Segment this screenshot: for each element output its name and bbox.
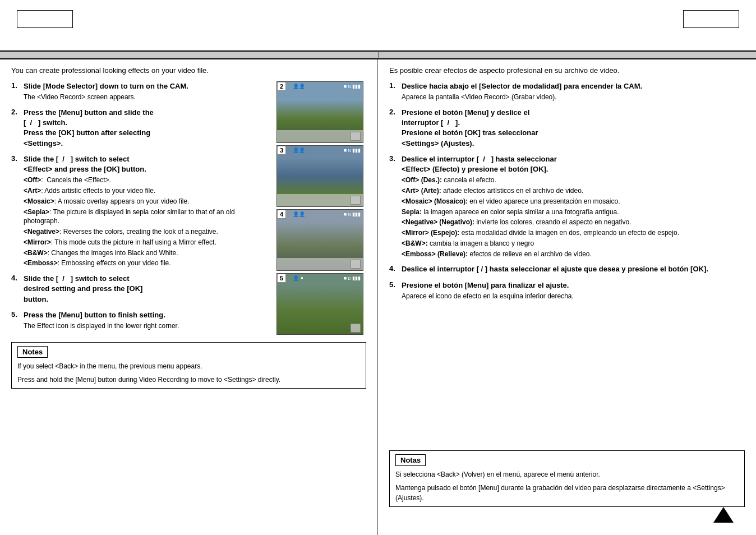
step-number-right-5: 5. <box>389 280 402 301</box>
left-column: You can create professional looking effe… <box>0 59 378 535</box>
step-body-right-5: Aparece el icono de efecto en la esquina… <box>402 292 574 301</box>
step-item-right-1: 1. Deslice hacia abajo el [Selector de m… <box>389 81 745 102</box>
notes-box-left: Notes If you select <Back> in the menu, … <box>11 342 366 389</box>
step-content-2: Press the [Menu] button and slide the[ /… <box>24 108 154 149</box>
step-number-2: 2. <box>11 108 24 149</box>
sub-item-right-art: <Art> (Arte): añade efectos artísticos e… <box>402 186 679 196</box>
step-number-right-3: 3. <box>389 154 402 259</box>
left-page-box <box>17 10 73 28</box>
step-number-right-2: 2. <box>389 108 402 149</box>
screen-badge-4: 4 <box>277 210 286 219</box>
sub-item-right-bw: <B&W>: cambia la imagen a blanco y negro <box>402 239 679 248</box>
step-title-1: Slide [Mode Selector] down to turn on th… <box>24 82 188 90</box>
step-item-right-3: 3. Deslice el interruptor [ / ] hasta se… <box>389 154 745 259</box>
step-content-5: Press the [Menu] button to finish settin… <box>24 310 179 331</box>
step-title-right-3: Deslice el interruptor [ / ] hasta selec… <box>402 155 557 173</box>
step-title-4: Slide the [ / ] switch to selectdesired … <box>24 274 142 303</box>
sub-item-right-negative: <Negative> (Negativo): invierte los colo… <box>402 218 679 227</box>
main-content: You can create professional looking effe… <box>0 59 756 535</box>
sub-item-negative: <Negative>: Reverses the colors, creatin… <box>24 227 271 237</box>
section-header <box>0 50 756 59</box>
steps-and-images-left: 1. Slide [Mode Selector] down to turn on… <box>11 81 366 336</box>
step-content-right-2: Presione el botón [Menu] y deslice elint… <box>402 108 538 149</box>
step-content-4: Slide the [ / ] switch to selectdesired … <box>24 274 142 305</box>
cam-screen-2: 2 👤👤 ■N▮▮▮ <box>276 81 363 143</box>
sub-item-art: <Art>: Adds artistic effects to your vid… <box>24 186 271 196</box>
step-title-right-1: Deslice hacia abajo el [Selector de moda… <box>402 82 642 90</box>
sub-item-right-sepia: Sepia: la imagen aparece en color sepia … <box>402 207 679 217</box>
notes-title-left: Notes <box>17 346 48 358</box>
step-number-3: 3. <box>11 154 24 269</box>
notes-item-left-2: Press and hold the [Menu] button during … <box>17 375 360 385</box>
step-item-3: 3. Slide the [ / ] switch to select<Effe… <box>11 154 271 269</box>
step-content-right-1: Deslice hacia abajo el [Selector de moda… <box>402 81 642 102</box>
step-item-right-2: 2. Presione el botón [Menu] y deslice el… <box>389 108 745 149</box>
page-container: You can create professional looking effe… <box>0 0 756 535</box>
step-item-right-5: 5. Presione el botón [Menu] para finaliz… <box>389 280 745 301</box>
sub-item-mosaic: <Mosaic>: A mosaic overlay appears on yo… <box>24 197 271 206</box>
cam-screen-3: 3 👤👤 ■N▮▮▮ <box>276 145 363 207</box>
step-title-2: Press the [Menu] button and slide the[ /… <box>24 108 154 147</box>
sub-item-right-mirror: <Mirror> (Espejo): esta modalidad divide… <box>402 228 679 238</box>
sub-item-sepia: <Sepia>: The picture is displayed in sep… <box>24 207 271 227</box>
section-header-left <box>0 50 378 59</box>
steps-list-right: 1. Deslice hacia abajo el [Selector de m… <box>389 81 745 445</box>
notes-box-right: Notas Si selecciona <Back> (Volver) en e… <box>389 450 745 507</box>
notes-item-right-1: Si selecciona <Back> (Volver) en el menú… <box>395 469 739 479</box>
step-content-right-5: Presione el botón [Menu] para finalizar … <box>402 280 574 301</box>
step-body-1: The <Video Record> screen appears. <box>24 93 188 102</box>
step-content-1: Slide [Mode Selector] down to turn on th… <box>24 81 188 102</box>
sub-item-mirror: <Mirror>: This mode cuts the picture in … <box>24 238 271 247</box>
cam-screen-5: 5 👤 ● ■D▮▮▮ <box>276 273 363 335</box>
cam-screen-4: 4 👤👤 ■N▮▮▮ <box>276 209 363 271</box>
step-number-5: 5. <box>11 310 24 331</box>
step-number-1: 1. <box>11 81 24 102</box>
step-body-right-1: Aparece la pantalla <Video Record> (Grab… <box>402 93 642 102</box>
top-bar <box>0 0 756 50</box>
step-title-3: Slide the [ / ] switch to select<Effect>… <box>24 155 146 173</box>
sub-item-bw: <B&W>: Changes the images into Black and… <box>24 248 271 258</box>
sub-item-off: <Off>: Cancels the <Effect>. <box>24 176 271 185</box>
screen-badge-2: 2 <box>277 82 286 91</box>
notes-text-right: Si selecciona <Back> (Volver) en el menú… <box>395 469 739 503</box>
intro-text-right: Es posible crear efectos de aspecto prof… <box>389 66 745 75</box>
notes-text-left: If you select <Back> in the menu, the pr… <box>17 361 360 385</box>
notes-item-right-2: Mantenga pulsado el botón [Menu] durante… <box>395 483 739 503</box>
screen-2-bottom-right <box>351 132 361 141</box>
step-content-3: Slide the [ / ] switch to select<Effect>… <box>24 154 271 269</box>
step-title-right-2: Presione el botón [Menu] y deslice elint… <box>402 108 538 147</box>
step-title-right-4: Deslice el interruptor [ / ] hasta selec… <box>402 265 708 273</box>
triangle-up-icon <box>713 507 734 523</box>
step-content-right-3: Deslice el interruptor [ / ] hasta selec… <box>402 154 679 259</box>
notes-item-left-1: If you select <Back> in the menu, the pr… <box>17 361 360 371</box>
step-item-right-4: 4. Deslice el interruptor [ / ] hasta se… <box>389 264 745 274</box>
step-content-right-4: Deslice el interruptor [ / ] hasta selec… <box>402 264 708 274</box>
screen-5-bottom-right <box>351 324 361 333</box>
intro-text-left: You can create professional looking effe… <box>11 66 366 75</box>
images-column-left: 2 👤👤 ■N▮▮▮ 3 👤👤 <box>276 81 366 336</box>
step-item-5: 5. Press the [Menu] button to finish set… <box>11 310 271 331</box>
sub-item-right-mosaic: <Mosaic> (Mosaico): en el video aparece … <box>402 197 679 206</box>
step-item-4: 4. Slide the [ / ] switch to selectdesir… <box>11 274 271 305</box>
step-number-right-1: 1. <box>389 81 402 102</box>
step-number-right-4: 4. <box>389 264 402 274</box>
bottom-right-arrow-container <box>389 507 745 528</box>
sub-item-right-emboss: <Emboss> (Relieve): efectos de relieve e… <box>402 250 679 259</box>
right-column: Es posible crear efectos de aspecto prof… <box>378 59 756 535</box>
step-title-right-5: Presione el botón [Menu] para finalizar … <box>402 281 569 289</box>
sub-item-right-off: <Off> (Des.): cancela el efecto. <box>402 176 679 185</box>
screen-badge-5: 5 <box>277 274 286 283</box>
sub-item-emboss: <Emboss>: Embossing effects on your vide… <box>24 259 271 268</box>
section-header-right <box>378 50 756 59</box>
steps-list-left: 1. Slide [Mode Selector] down to turn on… <box>11 81 271 336</box>
screen-3-bottom-right <box>351 196 361 205</box>
step-item-2: 2. Press the [Menu] button and slide the… <box>11 108 271 149</box>
step-item-1: 1. Slide [Mode Selector] down to turn on… <box>11 81 271 102</box>
screen-4-bottom-right <box>351 260 361 269</box>
step-title-5: Press the [Menu] button to finish settin… <box>24 311 165 319</box>
notes-title-right: Notas <box>395 454 426 466</box>
step-body-5: The Effect icon is displayed in the lowe… <box>24 321 179 331</box>
step-number-4: 4. <box>11 274 24 305</box>
screen-badge-3: 3 <box>277 146 286 155</box>
right-page-box <box>683 10 739 28</box>
